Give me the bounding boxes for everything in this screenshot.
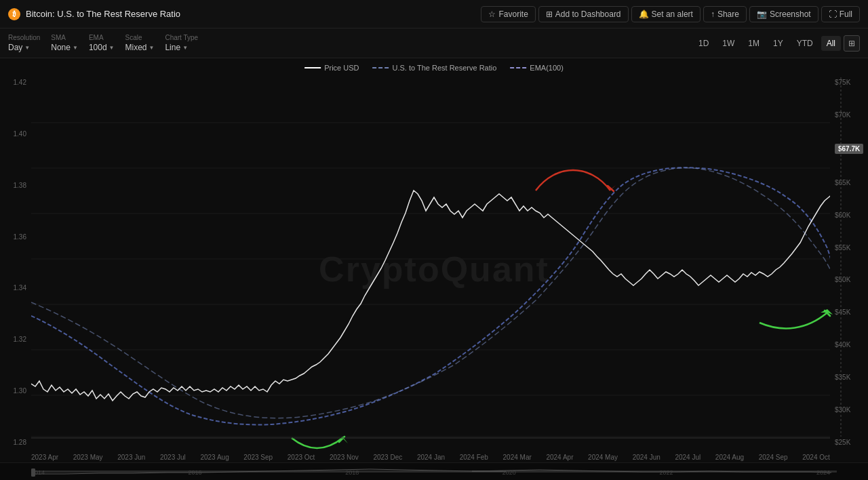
toolbar: Resolution Day ▼ SMA None ▼ EMA 100d ▼ S…	[0, 28, 868, 58]
camera-icon: 📷	[757, 9, 767, 19]
dashboard-icon: ⊞	[546, 9, 553, 19]
scale-group: Scale Mixed ▼	[125, 34, 155, 52]
time-1d[interactable]: 1D	[693, 36, 714, 51]
time-all[interactable]: All	[821, 36, 841, 51]
chart-type-select[interactable]: Line ▼	[165, 43, 198, 52]
toolbar-left: Resolution Day ▼ SMA None ▼ EMA 100d ▼ S…	[8, 34, 198, 52]
sma-label: SMA	[51, 34, 78, 41]
scale-select[interactable]: Mixed ▼	[125, 43, 155, 52]
btc-icon: ₿	[8, 8, 20, 20]
bell-icon: 🔔	[639, 9, 649, 19]
timeline-labels: 2014 2016 2018 2020 2022 2024	[31, 469, 830, 476]
favorite-button[interactable]: ☆ Favorite	[481, 6, 535, 22]
time-ytd[interactable]: YTD	[791, 36, 818, 51]
time-1m[interactable]: 1M	[743, 36, 765, 51]
header-left: ₿ Bitcoin: U.S. to The Rest Reserve Rati…	[8, 8, 180, 20]
grid-view-button[interactable]: ⊞	[844, 35, 860, 52]
header: ₿ Bitcoin: U.S. to The Rest Reserve Rati…	[0, 0, 868, 28]
scale-label: Scale	[125, 34, 155, 41]
svg-rect-0	[31, 77, 830, 437]
time-controls: 1D 1W 1M 1Y YTD All ⊞	[693, 35, 860, 52]
chevron-down-icon: ▼	[24, 45, 30, 51]
fullscreen-button[interactable]: ⛶ Full	[821, 6, 860, 22]
chevron-down-icon: ▼	[73, 45, 78, 51]
chevron-down-icon: ▼	[149, 45, 155, 51]
share-icon: ↑	[711, 9, 715, 19]
chevron-down-icon: ▼	[109, 45, 115, 51]
chart-type-group: Chart Type Line ▼	[165, 34, 198, 52]
chart-type-label: Chart Type	[165, 34, 198, 41]
resolution-label: Resolution	[8, 34, 40, 41]
x-axis: 2023 Apr 2023 May 2023 Jun 2023 Jul 2023…	[31, 454, 830, 461]
ema-group: EMA 100d ▼	[89, 34, 115, 52]
dashboard-button[interactable]: ⊞ Add to Dashboard	[538, 6, 629, 22]
chart-svg	[0, 58, 868, 480]
star-icon: ☆	[488, 9, 496, 19]
resolution-group: Resolution Day ▼	[8, 34, 40, 52]
chevron-down-icon: ▼	[182, 45, 188, 51]
ema-label: EMA	[89, 34, 115, 41]
time-1y[interactable]: 1Y	[768, 36, 789, 51]
time-1w[interactable]: 1W	[717, 36, 740, 51]
share-button[interactable]: ↑ Share	[703, 6, 747, 22]
ema-select[interactable]: 100d ▼	[89, 43, 115, 52]
screenshot-button[interactable]: 📷 Screenshot	[749, 6, 818, 22]
sma-select[interactable]: None ▼	[51, 43, 78, 52]
header-actions: ☆ Favorite ⊞ Add to Dashboard 🔔 Set an a…	[481, 6, 860, 22]
alert-button[interactable]: 🔔 Set an alert	[631, 6, 701, 22]
sma-group: SMA None ▼	[51, 34, 78, 52]
page-title: Bitcoin: U.S. to The Rest Reserve Ratio	[26, 9, 180, 19]
resolution-select[interactable]: Day ▼	[8, 43, 40, 52]
chart-container: Price USD U.S. to The Rest Reserve Ratio…	[0, 58, 868, 480]
fullscreen-icon: ⛶	[829, 9, 837, 19]
